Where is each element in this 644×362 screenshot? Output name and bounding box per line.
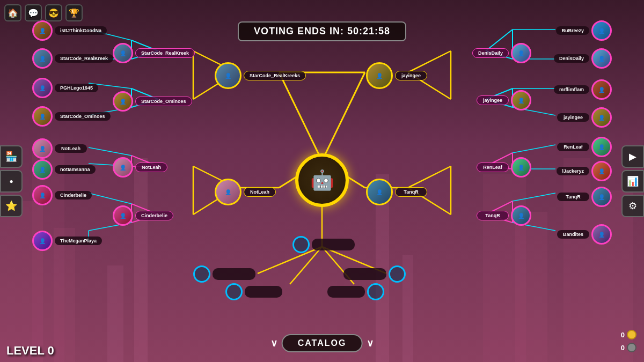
- player-StarCode-Ominoes-semi: 👤 StarCode_Ominoes: [113, 91, 192, 112]
- label-Bandites: Bandites: [557, 230, 589, 239]
- catalog-bar: ∨ CATALOG ∨: [270, 334, 374, 352]
- bottom-right1-circle: [389, 265, 406, 283]
- avatar-semi2-right: 👤: [366, 179, 393, 205]
- avatar-Bandites: 👤: [591, 224, 612, 245]
- avatar-RenLeaf-r1: 👤: [591, 137, 612, 157]
- gold-coin-row: 0: [621, 330, 636, 339]
- avatar-NotLeah-r1: 👤: [32, 138, 53, 159]
- label-BuBreezy: BuBreezy: [556, 26, 589, 35]
- shop-button[interactable]: 🏪: [0, 145, 23, 168]
- trophy-icon: 🤖: [310, 169, 334, 191]
- bottom-right2-node: [327, 283, 384, 300]
- bottom-right2-label: [327, 286, 365, 298]
- avatar-notIamsanna: 👤: [32, 159, 53, 180]
- level-indicator: LEVEL 0: [6, 344, 54, 358]
- player-DenisDaily-semi: 👤 DenisDaily: [472, 43, 531, 63]
- label-RenLeaf-r1: RenLeaf: [557, 143, 589, 151]
- label-PGHLego1945: PGHLego1945: [55, 84, 98, 92]
- avatar-TanqR-r1: 👤: [591, 187, 612, 207]
- toolbar: 🏠 💬 😎 🏆: [4, 4, 83, 21]
- avatar-jayingee-r1: 👤: [591, 107, 612, 128]
- trophy-button[interactable]: 🏆: [65, 4, 83, 21]
- player-PGHLego1945: 👤 PGHLego1945: [32, 78, 98, 98]
- bottom-center-node: [292, 236, 355, 253]
- avatar-DenisDaily-semi: 👤: [511, 43, 531, 63]
- avatar-PGHLego1945: 👤: [32, 78, 53, 98]
- label-TheMeganPlaya: TheMeganPlaya: [55, 237, 102, 245]
- gray-coin-row: 0: [621, 343, 636, 352]
- bottom-center-label: [312, 239, 355, 250]
- star-button[interactable]: ⭐: [0, 195, 23, 217]
- bottom-left1-circle: [193, 265, 210, 283]
- avatar-StarCode-RealKreek-semi: 👤: [113, 43, 133, 63]
- catalog-button[interactable]: CATALOG: [282, 334, 363, 352]
- avatar-StarCode-Ominoes-r1: 👤: [32, 106, 53, 127]
- label-StarCode-Ominoes-r1: StarCode_Ominoes: [55, 112, 111, 121]
- stats-button[interactable]: 📊: [621, 170, 644, 193]
- gold-coin-value: 0: [621, 331, 625, 339]
- player-StarCode-RealKreek-semi: 👤 StarCode_RealKreek: [113, 43, 195, 63]
- player-NotLeah-quarter: 👤 NotLeah: [113, 157, 167, 178]
- player-DenisDaily-r1: 👤 DenisDaily: [554, 48, 612, 69]
- avatar-finalist-left: 👤: [215, 62, 241, 89]
- chat-button[interactable]: 💬: [25, 4, 42, 21]
- bottom-right1-label: [343, 268, 386, 280]
- bottom-left2-node: [225, 283, 282, 300]
- player-RenLeaf-quarter: 👤 RenLeaf: [477, 157, 531, 178]
- player-StarCode-Ominoes-r1: 👤 StarCode_Ominoes: [32, 106, 111, 127]
- label-finalist-right: jayingee: [395, 71, 427, 80]
- label-Cinderbelie: Cinderbelie: [55, 191, 92, 200]
- label-finalist-left: StarCode_RealKreeks: [244, 71, 306, 80]
- player-NotLeah-r1: 👤 NotLeah: [32, 138, 87, 159]
- avatar-semi2-left: 👤: [215, 179, 241, 205]
- avatar-NotLeah-quarter: 👤: [113, 157, 133, 178]
- label-DenisDaily-r1: DenisDaily: [554, 54, 589, 63]
- player-notIamsanna: 👤 notIamsanna: [32, 159, 96, 180]
- label-semi2-right: TanqR: [395, 187, 427, 197]
- avatar-jayingee-semi: 👤: [511, 90, 531, 110]
- player-TanqR-quarter: 👤 TanqR: [477, 205, 531, 226]
- catalog-label: CATALOG: [298, 338, 347, 348]
- label-semi2-left: NotLeah: [244, 187, 276, 197]
- label-jayingee-r1: jayingee: [557, 113, 589, 122]
- label-lJackeryz: lJackeryz: [557, 167, 589, 175]
- player-isItJThinkGoodNa: 👤 isItJThinkGoodNa: [32, 20, 107, 41]
- avatar-DenisDaily-r1: 👤: [591, 48, 612, 69]
- label-TanqR-quarter: TanqR: [477, 211, 509, 220]
- avatar-StarCode-RealKreek-r1: 👤: [32, 48, 53, 69]
- avatar-Cinderbelie-quarter: 👤: [113, 205, 133, 226]
- label-StarCode-Ominoes-semi: StarCode_Ominoes: [135, 97, 192, 106]
- home-button[interactable]: 🏠: [4, 4, 21, 21]
- player-mrflimflam: 👤 mrflimflam: [554, 79, 612, 100]
- avatar-TanqR-quarter: 👤: [511, 205, 531, 226]
- emote-button[interactable]: 😎: [45, 4, 62, 21]
- player-lJackeryz: 👤 lJackeryz: [557, 161, 612, 181]
- label-Cinderbelie-quarter: Cinderbelie: [135, 211, 173, 220]
- label-RenLeaf-quarter: RenLeaf: [477, 162, 509, 172]
- player-Bandites: 👤 Bandites: [557, 224, 612, 245]
- player-finalist-left: 👤 StarCode_RealKreeks: [215, 62, 306, 89]
- label-NotLeah-quarter: NotLeah: [135, 162, 167, 172]
- green-button[interactable]: ●: [0, 170, 23, 193]
- avatar-BuBreezy: 👤: [591, 20, 612, 41]
- bottom-left2-circle: [225, 283, 243, 300]
- play-button[interactable]: ▶: [621, 145, 644, 168]
- label-notIamsanna: notIamsanna: [55, 165, 96, 174]
- gold-coin-icon: [627, 330, 636, 339]
- label-StarCode-RealKreek-semi: StarCode_RealKreek: [135, 48, 195, 58]
- label-StarCode-RealKreek-r1: StarCode_RealKreek: [55, 54, 113, 63]
- bracket-container: 🤖 👤 isItJThinkGoodNa 👤 StarCode_RealKree…: [0, 0, 644, 362]
- label-TanqR-r1: TanqR: [557, 193, 589, 201]
- avatar-isItJThinkGoodNa: 👤: [32, 20, 53, 41]
- player-jayingee-r1: 👤 jayingee: [557, 107, 612, 128]
- voting-banner: VOTING ENDS IN: 50:21:58: [238, 21, 406, 41]
- catalog-right-arrow[interactable]: ∨: [367, 337, 374, 349]
- level-label: LEVEL 0: [6, 344, 54, 357]
- avatar-finalist-right: 👤: [366, 62, 393, 89]
- avatar-lJackeryz: 👤: [591, 161, 612, 181]
- bottom-right-coins: 0 0: [621, 330, 636, 352]
- catalog-left-arrow[interactable]: ∨: [270, 337, 277, 349]
- label-mrflimflam: mrflimflam: [554, 85, 589, 94]
- settings-button[interactable]: ⚙: [621, 195, 644, 217]
- bottom-left1-label: [213, 268, 255, 280]
